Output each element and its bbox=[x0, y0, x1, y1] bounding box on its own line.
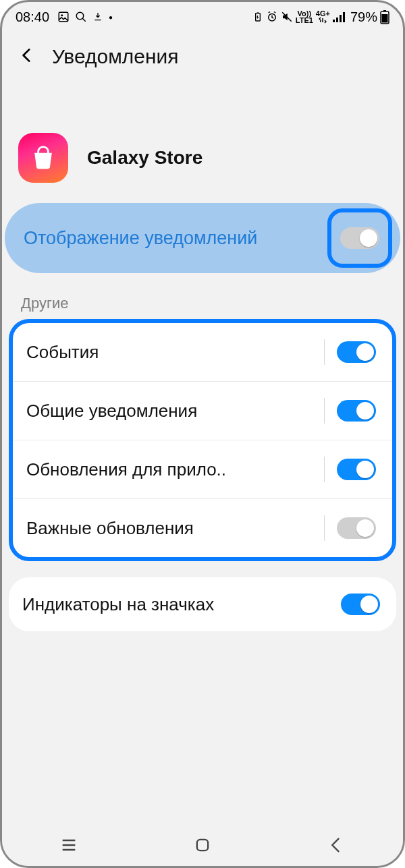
galaxy-store-icon bbox=[18, 133, 68, 183]
signal-icon bbox=[333, 11, 346, 22]
network-indicator: 4G+ bbox=[316, 10, 330, 24]
page-title: Уведомления bbox=[52, 45, 179, 68]
svg-rect-5 bbox=[256, 12, 259, 13]
show-notifications-toggle[interactable] bbox=[340, 227, 379, 249]
header: Уведомления bbox=[2, 32, 403, 79]
nav-bar bbox=[2, 827, 403, 866]
category-toggle-app-updates[interactable] bbox=[337, 459, 376, 480]
battery-saver-icon bbox=[252, 11, 263, 23]
badges-row[interactable]: Индикаторы на значках bbox=[9, 577, 396, 631]
category-toggle-general[interactable] bbox=[337, 400, 376, 422]
back-button[interactable] bbox=[327, 836, 346, 857]
category-row-events[interactable]: События bbox=[13, 323, 392, 382]
svg-rect-8 bbox=[333, 20, 335, 22]
battery-icon bbox=[380, 9, 389, 24]
phone-frame: 08:40 ● Vo)) LTE1 bbox=[0, 0, 405, 868]
app-header: Galaxy Store bbox=[2, 133, 403, 199]
categories-card: События Общие уведомления Обновления для… bbox=[9, 319, 396, 561]
show-notifications-row[interactable]: Отображение уведомлений bbox=[5, 203, 400, 273]
category-row-general[interactable]: Общие уведомления bbox=[13, 382, 392, 440]
mute-icon bbox=[281, 11, 293, 23]
section-other-label: Другие bbox=[2, 287, 403, 319]
badges-card: Индикаторы на значках bbox=[9, 577, 396, 631]
svg-rect-10 bbox=[340, 15, 342, 22]
svg-rect-11 bbox=[343, 12, 345, 22]
category-row-important-updates[interactable]: Важные обновления bbox=[13, 499, 392, 557]
gallery-icon bbox=[57, 11, 70, 23]
svg-rect-13 bbox=[383, 10, 386, 11]
badges-label: Индикаторы на значках bbox=[22, 594, 341, 615]
highlight-box-master bbox=[327, 208, 392, 268]
badges-toggle[interactable] bbox=[341, 594, 380, 615]
svg-point-2 bbox=[76, 12, 84, 20]
status-bar: 08:40 ● Vo)) LTE1 bbox=[2, 2, 403, 32]
home-button[interactable] bbox=[193, 836, 212, 857]
svg-rect-18 bbox=[197, 840, 208, 850]
svg-rect-14 bbox=[382, 14, 388, 23]
category-row-app-updates[interactable]: Обновления для прило.. bbox=[13, 440, 392, 499]
category-label: Обновления для прило.. bbox=[26, 459, 312, 480]
show-notifications-label: Отображение уведомлений bbox=[24, 228, 257, 249]
app-name: Galaxy Store bbox=[87, 147, 202, 169]
recents-button[interactable] bbox=[59, 836, 78, 857]
category-label: События bbox=[26, 342, 312, 363]
svg-rect-9 bbox=[336, 18, 338, 22]
status-time: 08:40 bbox=[16, 9, 49, 25]
category-label: Важные обновления bbox=[26, 518, 312, 539]
dot-icon: ● bbox=[109, 13, 113, 21]
svg-line-3 bbox=[82, 18, 86, 22]
volte-indicator: Vo)) LTE1 bbox=[296, 10, 313, 24]
alarm-icon bbox=[266, 11, 278, 23]
svg-point-1 bbox=[61, 14, 63, 16]
search-icon bbox=[75, 11, 87, 23]
download-icon bbox=[92, 11, 103, 23]
category-toggle-events[interactable] bbox=[337, 341, 376, 363]
category-toggle-important-updates[interactable] bbox=[337, 517, 376, 539]
back-icon[interactable] bbox=[18, 47, 36, 67]
category-label: Общие уведомления bbox=[26, 401, 312, 422]
battery-percentage: 79% bbox=[350, 9, 377, 25]
